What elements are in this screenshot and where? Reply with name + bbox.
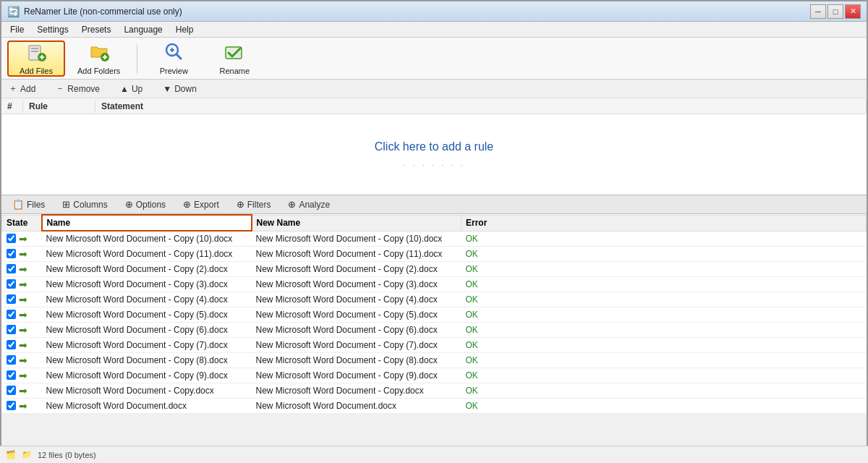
filters-tab-icon: ⊕: [237, 199, 244, 210]
cell-name: New Microsoft Word Document - Copy (4).d…: [42, 292, 252, 307]
file-count: 12 files (0 bytes): [38, 451, 96, 459]
col-rule: Rule: [23, 100, 95, 113]
cell-state: ➡: [2, 322, 42, 337]
up-icon: ▲: [120, 84, 129, 94]
arrow-icon: ➡: [19, 233, 27, 245]
toolbar-sep-1: [137, 44, 137, 73]
rules-header: ＋ Add － Remove ▲ Up ▼ Down: [1, 80, 867, 98]
menu-language[interactable]: Language: [118, 23, 168, 36]
tab-filters[interactable]: ⊕ Filters: [229, 196, 279, 213]
status-bar: 🗂️ 📁 12 files (0 bytes): [0, 446, 868, 463]
files-tab-icon: 📋: [12, 199, 24, 210]
title-bar-left: 🔄 ReNamer Lite (non-commercial use only): [7, 6, 182, 17]
cell-error: OK: [461, 337, 867, 352]
rename-label: Rename: [220, 67, 250, 75]
app-title: ReNamer Lite (non-commercial use only): [24, 7, 182, 17]
menu-settings[interactable]: Settings: [31, 23, 74, 36]
cell-name: New Microsoft Word Document - Copy (3).d…: [42, 276, 252, 292]
down-rule-action[interactable]: ▼ Down: [160, 82, 200, 95]
menu-file[interactable]: File: [4, 23, 30, 36]
table-row[interactable]: ➡New Microsoft Word Document - Copy (3).…: [2, 276, 867, 292]
maximize-button[interactable]: □: [827, 4, 843, 19]
arrow-icon: ➡: [19, 354, 27, 366]
arrow-icon: ➡: [19, 294, 27, 305]
rules-columns-header: # Rule Statement: [1, 98, 867, 114]
add-folders-label: Add Folders: [77, 67, 120, 75]
cell-state: ➡: [2, 352, 42, 368]
tab-files[interactable]: 📋 Files: [4, 196, 53, 213]
th-name[interactable]: Name: [42, 215, 252, 231]
minimize-button[interactable]: ─: [810, 4, 826, 19]
arrow-icon: ➡: [19, 400, 27, 412]
cell-name: New Microsoft Word Document - Copy (7).d…: [42, 337, 252, 352]
up-rule-action[interactable]: ▲ Up: [117, 82, 145, 95]
arrow-icon: ➡: [19, 324, 27, 336]
th-error[interactable]: Error: [461, 215, 867, 231]
close-button[interactable]: ✕: [845, 4, 861, 19]
table-row[interactable]: ➡New Microsoft Word Document - Copy (8).…: [2, 352, 867, 368]
menu-help[interactable]: Help: [170, 23, 200, 36]
files-table-container: State Name New Name Error ➡New Microsoft…: [1, 214, 867, 447]
panel-tabs: 📋 Files ⊞ Columns ⊕ Options ⊕ Export ⊕ F…: [1, 195, 867, 214]
arrow-icon: ➡: [19, 248, 27, 260]
svg-rect-8: [104, 55, 106, 59]
th-state[interactable]: State: [2, 215, 42, 231]
table-row[interactable]: ➡New Microsoft Word Document - Copy (7).…: [2, 337, 867, 352]
cell-state: ➡: [2, 383, 42, 398]
title-bar-controls: ─ □ ✕: [810, 4, 861, 19]
options-tab-icon: ⊕: [125, 199, 133, 210]
tab-export[interactable]: ⊕ Export: [175, 196, 227, 213]
export-tab-icon: ⊕: [183, 199, 191, 210]
menu-presets[interactable]: Presets: [76, 23, 117, 36]
rules-body[interactable]: Click here to add a rule · · · · · · ·: [1, 114, 867, 195]
table-row[interactable]: ➡New Microsoft Word Document - Copy (2).…: [2, 261, 867, 276]
cell-new-name: New Microsoft Word Document - Copy (10).…: [252, 231, 461, 246]
table-row[interactable]: ➡New Microsoft Word Document - Copy (4).…: [2, 292, 867, 307]
col-statement: Statement: [95, 100, 867, 113]
cell-state: ➡: [2, 276, 42, 292]
rename-button[interactable]: Rename: [205, 41, 263, 77]
table-row[interactable]: ➡New Microsoft Word Document - Copy (10)…: [2, 231, 867, 246]
table-row[interactable]: ➡New Microsoft Word Document - Copy.docx…: [2, 383, 867, 398]
arrow-icon: ➡: [19, 263, 27, 275]
menu-bar: File Settings Presets Language Help: [1, 22, 867, 38]
toolbar: Add Files Add Folders Preview: [1, 38, 867, 80]
tab-analyze[interactable]: ⊕ Analyze: [280, 196, 338, 213]
main-content: ＋ Add － Remove ▲ Up ▼ Down # Rule Statem…: [1, 80, 867, 447]
remove-rule-action[interactable]: － Remove: [53, 81, 103, 96]
table-row[interactable]: ➡New Microsoft Word Document - Copy (11)…: [2, 246, 867, 261]
tab-columns[interactable]: ⊞ Columns: [54, 196, 115, 213]
cell-new-name: New Microsoft Word Document - Copy (9).d…: [252, 368, 461, 383]
cell-error: OK: [461, 276, 867, 292]
svg-line-10: [176, 54, 181, 59]
cell-state: ➡: [2, 261, 42, 276]
cell-error: OK: [461, 246, 867, 261]
preview-button[interactable]: Preview: [145, 41, 203, 77]
add-files-button[interactable]: Add Files: [7, 41, 65, 77]
add-rule-action[interactable]: ＋ Add: [6, 81, 38, 96]
cell-new-name: New Microsoft Word Document - Copy (3).d…: [252, 276, 461, 292]
th-new-name[interactable]: New Name: [252, 215, 461, 231]
cell-name: New Microsoft Word Document - Copy (6).d…: [42, 322, 252, 337]
down-icon: ▼: [163, 84, 171, 94]
cell-state: ➡: [2, 231, 42, 246]
rules-panel: ＋ Add － Remove ▲ Up ▼ Down # Rule Statem…: [1, 80, 867, 195]
cell-error: OK: [461, 261, 867, 276]
cell-name: New Microsoft Word Document - Copy (8).d…: [42, 352, 252, 368]
cell-error: OK: [461, 352, 867, 368]
table-row[interactable]: ➡New Microsoft Word Document - Copy (9).…: [2, 368, 867, 383]
add-folders-icon: [89, 41, 109, 64]
table-row[interactable]: ➡New Microsoft Word Document - Copy (6).…: [2, 322, 867, 337]
add-folders-button[interactable]: Add Folders: [68, 41, 129, 77]
cell-error: OK: [461, 231, 867, 246]
preview-label: Preview: [160, 67, 188, 75]
add-rule-text[interactable]: Click here to add a rule: [375, 140, 494, 153]
table-row[interactable]: ➡New Microsoft Word Document - Copy (5).…: [2, 307, 867, 322]
svg-rect-5: [41, 55, 43, 59]
cell-error: OK: [461, 307, 867, 322]
cell-new-name: New Microsoft Word Document.docx: [252, 398, 461, 413]
tab-options[interactable]: ⊕ Options: [117, 196, 174, 213]
cell-new-name: New Microsoft Word Document - Copy (4).d…: [252, 292, 461, 307]
svg-rect-2: [31, 51, 38, 52]
table-row[interactable]: ➡New Microsoft Word Document.docxNew Mic…: [2, 398, 867, 413]
